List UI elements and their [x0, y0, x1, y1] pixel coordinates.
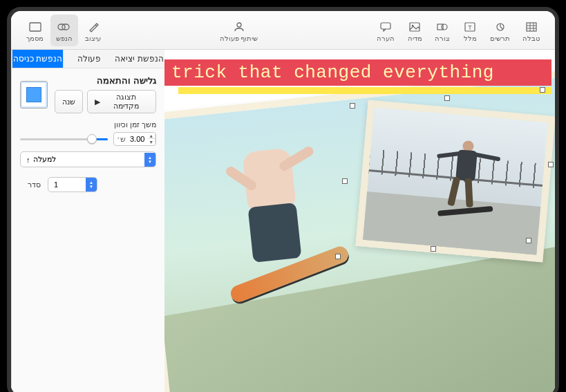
- inspector-sidebar: הנפשת כניסה פעולה הנפשת יציאה גלישה והתא…: [11, 50, 164, 392]
- svg-rect-2: [62, 24, 69, 30]
- selection-handle[interactable]: [342, 178, 348, 184]
- svg-point-3: [237, 23, 241, 27]
- skater-foreground: [198, 122, 355, 315]
- inset-photo-selected[interactable]: [355, 100, 555, 263]
- insert-group: הערה מדיה צורה T מלל תרשים טבלה: [371, 15, 545, 46]
- svg-rect-0: [30, 23, 41, 31]
- slide-title-text: trick that changed everything: [164, 59, 551, 86]
- direction-select[interactable]: ↑ למעלה ▲▼: [20, 151, 156, 167]
- effect-preview-thumb[interactable]: [20, 81, 48, 109]
- svg-text:T: T: [468, 24, 472, 31]
- table-button[interactable]: טבלה: [517, 15, 545, 46]
- collaborate-button[interactable]: שיתוף פעולה: [214, 15, 264, 46]
- chevron-down-icon[interactable]: ▼: [147, 139, 155, 145]
- svg-rect-4: [381, 23, 390, 29]
- select-arrows-icon: ▲▼: [144, 153, 155, 167]
- select-arrows-icon: ▲▼: [86, 178, 97, 192]
- selection-handle[interactable]: [548, 162, 554, 167]
- main-toolbar: מסמך הנפש עיצוב שיתוף פעולה הערה: [11, 11, 555, 50]
- selection-handle[interactable]: [526, 238, 531, 243]
- chart-icon: [493, 20, 507, 34]
- svg-rect-12: [527, 23, 536, 31]
- slide-title-block[interactable]: trick that changed everything: [164, 59, 551, 94]
- table-icon: [525, 20, 538, 34]
- slider-thumb[interactable]: [87, 134, 97, 144]
- arrow-up-icon: ↑: [26, 156, 30, 164]
- document-icon: [28, 20, 42, 34]
- chevron-up-icon[interactable]: ▲: [147, 133, 155, 139]
- slide-title-underline: [178, 87, 551, 94]
- collaborate-icon: [232, 20, 246, 34]
- tab-action[interactable]: פעולה: [63, 50, 114, 68]
- text-button[interactable]: T מלל: [457, 15, 483, 46]
- comment-button[interactable]: הערה: [371, 15, 400, 46]
- animate-button[interactable]: הנפש: [50, 15, 78, 46]
- inspector-toggle-group: מסמך הנפש עיצוב: [21, 15, 106, 46]
- tab-build-in[interactable]: הנפשת כניסה: [12, 50, 63, 68]
- slide-canvas[interactable]: trick that changed everything: [164, 50, 555, 392]
- duration-stepper[interactable]: ▲ ▼: [147, 133, 155, 145]
- selection-handle[interactable]: [431, 246, 436, 252]
- svg-point-8: [442, 24, 447, 30]
- play-icon: ▶: [95, 97, 100, 106]
- animate-icon: [57, 20, 71, 34]
- selection-handle[interactable]: [540, 87, 545, 93]
- order-select[interactable]: 1 ▲▼: [48, 177, 97, 192]
- comment-icon: [379, 20, 393, 34]
- order-label: סדר: [20, 180, 41, 189]
- app-window: מסמך הנפש עיצוב שיתוף פעולה הערה: [7, 7, 559, 392]
- selection-handle[interactable]: [335, 254, 341, 259]
- format-button[interactable]: עיצוב: [79, 15, 106, 46]
- shape-button[interactable]: צורה: [429, 15, 455, 46]
- text-icon: T: [463, 20, 477, 34]
- selection-handle[interactable]: [444, 95, 450, 101]
- change-effect-button[interactable]: שנה: [55, 90, 83, 113]
- effect-name-label: גלישה והתאמה: [97, 75, 156, 86]
- media-button[interactable]: מדיה: [402, 15, 428, 46]
- preview-button[interactable]: תצוגה מקדימה ▶: [87, 90, 156, 113]
- media-icon: [408, 20, 422, 34]
- duration-direction-label: משך זמן וכיוון: [20, 120, 156, 129]
- tab-build-out[interactable]: הנפשת יציאה: [114, 50, 164, 68]
- duration-slider[interactable]: [20, 133, 108, 145]
- chart-button[interactable]: תרשים: [484, 15, 516, 46]
- document-button[interactable]: מסמך: [21, 15, 49, 46]
- selection-handle[interactable]: [350, 103, 355, 109]
- duration-field[interactable]: ▲ ▼ 3.00 ש׳: [113, 132, 156, 146]
- animation-tabs: הנפשת כניסה פעולה הנפשת יציאה: [12, 50, 164, 68]
- effect-square-icon: [26, 87, 41, 102]
- svg-rect-1: [58, 24, 65, 30]
- skater-inset: [426, 138, 503, 233]
- shape-icon: [435, 20, 449, 34]
- paintbrush-icon: [86, 20, 100, 34]
